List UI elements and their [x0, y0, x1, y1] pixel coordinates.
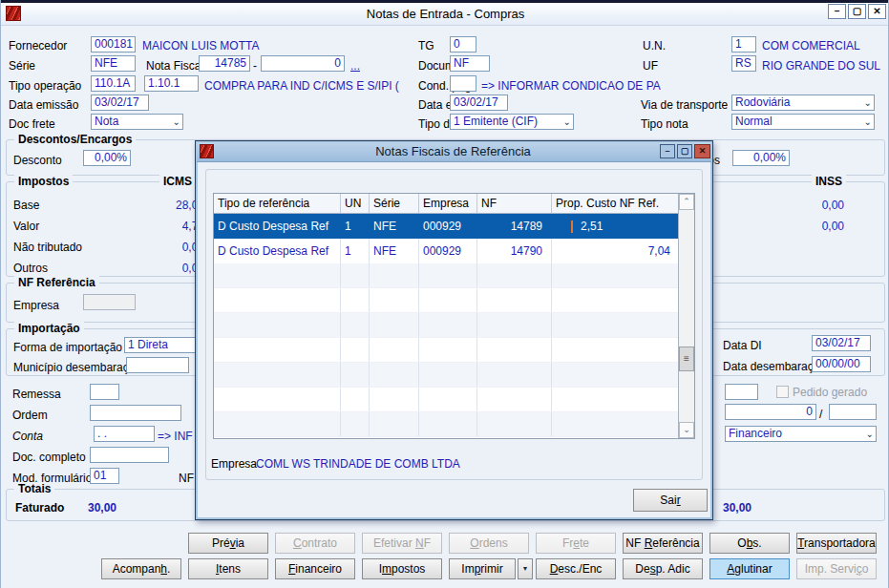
via-transporte-select[interactable]: Rodoviária⌄: [731, 94, 875, 111]
cond-pag-field[interactable]: [450, 75, 476, 92]
scrollbar-thumb[interactable]: ≡: [679, 346, 694, 371]
contrato-button[interactable]: Contrato: [275, 533, 355, 554]
table-empty-row: [214, 412, 680, 437]
financeiro-button[interactable]: Financeiro: [275, 558, 355, 579]
dialog-minimize-icon[interactable]: –: [660, 144, 675, 158]
un-field[interactable]: 1: [731, 36, 756, 52]
base-inss-value: 0,00: [732, 198, 844, 214]
data-emissao-field[interactable]: 03/02/17: [91, 94, 149, 111]
desp-adic-button[interactable]: Desp. Adic: [623, 558, 703, 579]
frete-button[interactable]: Frete: [536, 533, 616, 554]
tg-label: TG: [418, 38, 434, 54]
aglutinar-button[interactable]: Aglutinar: [709, 558, 790, 579]
forma-importacao-value: 1 Direta: [128, 338, 168, 351]
financeiro-select[interactable]: Financeiro⌄: [725, 426, 877, 442]
data-desembaraco-field[interactable]: 00/00/00: [812, 356, 871, 372]
dialog-empresa-value: COML WS TRINDADE DE COMB LTDA: [256, 456, 460, 472]
cell-serie: NFE: [370, 214, 419, 239]
table-row[interactable]: D Custo Despesa Ref 1 NFE 000929 14790 7…: [214, 239, 680, 263]
itens-button[interactable]: Itens: [188, 558, 268, 579]
previa-button[interactable]: Prévia: [188, 533, 268, 554]
uf-field[interactable]: RS: [731, 55, 756, 72]
numero-separator: /: [819, 407, 822, 423]
pedido-gerado-checkbox[interactable]: [776, 386, 789, 398]
main-window: Notas de Entrada - Compras – ▢ ✕ Fornece…: [0, 0, 889, 588]
ordem-label: Ordem: [12, 408, 48, 424]
col-serie[interactable]: Série: [370, 194, 419, 213]
more-ellipsis-link[interactable]: ...: [350, 58, 360, 74]
fornecedor-code-field[interactable]: 000181: [91, 36, 136, 52]
nota-fiscal-suffix-field[interactable]: 0: [261, 55, 345, 72]
pedido-field[interactable]: [725, 384, 758, 400]
col-empresa[interactable]: Empresa: [419, 194, 477, 213]
dialog-close-icon[interactable]: ✕: [694, 144, 710, 158]
nota-fiscal-field[interactable]: 14785: [199, 55, 250, 72]
vertical-scrollbar[interactable]: ⌃ ≡ ⌄: [678, 194, 694, 438]
conta-hint: => INF: [158, 429, 193, 445]
obs-button[interactable]: Obs.: [709, 533, 790, 554]
ordem-field[interactable]: [90, 405, 181, 421]
cell-un: 1: [341, 239, 370, 263]
col-un[interactable]: UN: [341, 194, 370, 213]
data-desembaraco-label: Data desembaraço: [723, 359, 819, 375]
tg-field[interactable]: 0: [450, 36, 476, 52]
faturado-value: 30,00: [88, 500, 116, 516]
close-icon[interactable]: ✕: [868, 4, 886, 19]
dialog-maximize-icon[interactable]: ▢: [677, 144, 692, 158]
data-emissao-label: Data emissão: [9, 97, 78, 114]
col-prop-custo[interactable]: Prop. Custo NF Ref.: [552, 194, 680, 213]
doc-completo-field[interactable]: [90, 447, 169, 463]
col-nf[interactable]: NF: [477, 194, 552, 213]
mod-formulario-field[interactable]: 01: [90, 468, 119, 484]
maximize-icon[interactable]: ▢: [848, 4, 866, 19]
dialog-title: Notas Fiscais de Referência: [196, 141, 710, 161]
totais-group-title: Totais: [14, 482, 54, 496]
nf-referencia-button[interactable]: NF Referência: [623, 533, 703, 554]
table-empty-row: [214, 313, 680, 338]
ordens-button[interactable]: Ordens: [449, 533, 529, 554]
minimize-icon[interactable]: –: [828, 4, 846, 19]
nota-fiscal-dash: -: [253, 58, 257, 74]
impostos-button[interactable]: Impostos: [362, 558, 442, 579]
nf-referencia-group-title: NF Referência: [14, 276, 99, 290]
transportadora-button[interactable]: Transportadora: [796, 533, 877, 554]
table-row[interactable]: D Custo Despesa Ref 1 NFE 000929 14789 2…: [214, 214, 680, 239]
conta-field[interactable]: . .: [94, 426, 155, 442]
numero-field[interactable]: 0: [725, 404, 816, 420]
numero-suffix-field[interactable]: [829, 404, 877, 420]
col-tipo-referencia[interactable]: Tipo de referência: [214, 194, 341, 213]
cell-tipo: D Custo Despesa Ref: [214, 239, 341, 263]
data-entrada-field[interactable]: 03/02/17: [450, 94, 508, 111]
tipo-operacao-code1-field[interactable]: 110.1A: [91, 75, 136, 92]
data-di-field[interactable]: 03/02/17: [812, 335, 871, 351]
municipio-desembaraco-field[interactable]: [126, 357, 189, 373]
cell-prop-editing[interactable]: 2,51: [552, 214, 680, 239]
documento-field[interactable]: NF: [450, 55, 490, 72]
desc-enc-button[interactable]: Desc./Enc: [536, 558, 616, 579]
imprimir-button[interactable]: Imprimir: [449, 558, 516, 579]
serie-field[interactable]: NFE: [91, 55, 136, 72]
faturado-label: Faturado: [15, 500, 64, 516]
chevron-down-icon: ⌄: [864, 116, 872, 128]
scroll-up-icon[interactable]: ⌃: [679, 194, 694, 210]
imprimir-dropdown-icon[interactable]: ▼: [518, 558, 533, 579]
imp-servico-button[interactable]: Imp. Serviço: [796, 558, 877, 579]
efetivar-nf-button[interactable]: Efetivar NF: [362, 533, 442, 554]
text-caret: [571, 220, 573, 233]
scroll-down-icon[interactable]: ⌄: [679, 422, 694, 438]
sair-button[interactable]: Sair: [633, 489, 708, 512]
tipo-operacao-code2-field[interactable]: 1.10.1: [144, 75, 199, 92]
desconto-field[interactable]: 0,00%: [83, 150, 131, 166]
acompanh-button[interactable]: Acompanh.: [101, 558, 181, 579]
via-transporte-value: Rodoviária: [735, 95, 790, 109]
doc-frete-select[interactable]: Nota⌄: [91, 114, 183, 130]
nf-ref-empresa-field[interactable]: [83, 294, 136, 310]
tipo-nota-select[interactable]: Normal⌄: [731, 114, 875, 130]
serie-label: Série: [9, 58, 35, 74]
dialog-app-icon: [200, 144, 214, 158]
tipo-frete-select[interactable]: 1 Emitente (CIF)⌄: [450, 114, 574, 130]
encargos-field[interactable]: 0,00%: [732, 150, 790, 166]
remessa-field[interactable]: [90, 384, 119, 400]
cell-empresa: 000929: [419, 239, 477, 263]
financeiro-value: Financeiro: [729, 427, 782, 440]
